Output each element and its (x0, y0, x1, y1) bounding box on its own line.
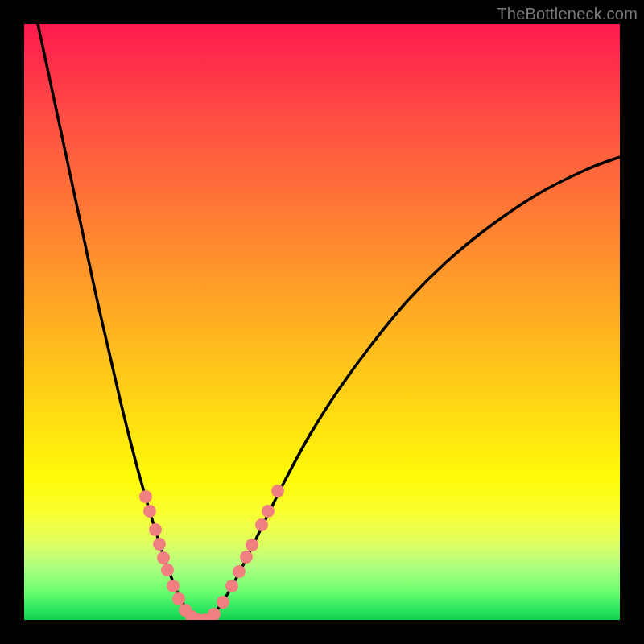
data-marker (143, 505, 156, 518)
bottleneck-curve-chart (24, 24, 620, 620)
data-marker (161, 564, 174, 576)
data-marker (240, 551, 253, 564)
curve-left (38, 24, 200, 620)
data-marker (271, 485, 284, 497)
data-marker (167, 580, 180, 592)
chart-gradient-background (24, 24, 620, 620)
marker-group (139, 485, 284, 620)
watermark-text: TheBottleneck.com (497, 5, 638, 23)
data-marker (153, 538, 166, 551)
curve-right (200, 157, 620, 620)
data-marker (157, 551, 170, 564)
data-marker (255, 518, 268, 531)
data-marker (262, 505, 275, 518)
data-marker (139, 490, 152, 503)
data-marker (233, 565, 246, 578)
data-marker (246, 539, 258, 551)
data-marker (217, 596, 229, 609)
data-marker (172, 592, 185, 605)
data-marker (149, 523, 162, 536)
data-marker (225, 580, 238, 592)
